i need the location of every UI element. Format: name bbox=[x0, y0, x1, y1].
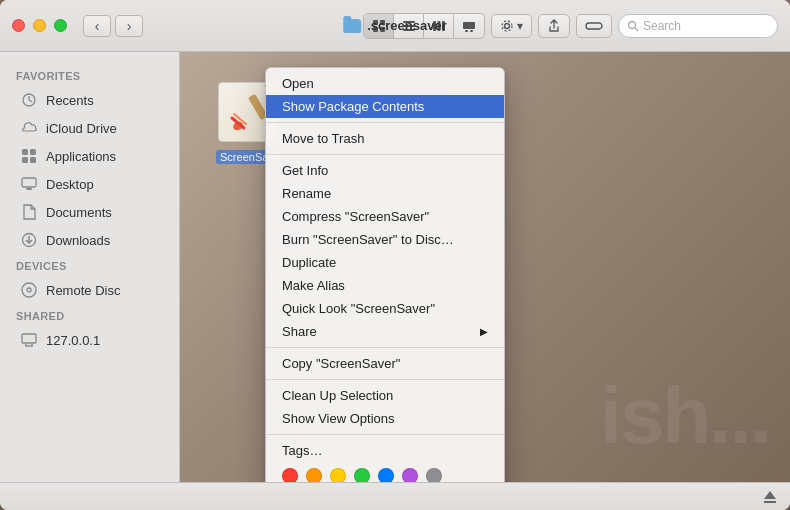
menu-separator-3 bbox=[266, 347, 504, 348]
menu-item-duplicate[interactable]: Duplicate bbox=[266, 251, 504, 274]
svg-rect-21 bbox=[22, 149, 28, 155]
menu-item-copy[interactable]: Copy "ScreenSaver" bbox=[266, 352, 504, 375]
menu-separator-4 bbox=[266, 379, 504, 380]
svg-rect-23 bbox=[22, 157, 28, 163]
sidebar: Favorites Recents iCloud Driv bbox=[0, 52, 180, 482]
menu-item-quick-look[interactable]: Quick Look "ScreenSaver" bbox=[266, 297, 504, 320]
brush-svg bbox=[226, 90, 270, 134]
watermark: ish... bbox=[600, 370, 770, 462]
share-icon bbox=[547, 19, 561, 33]
tag-purple[interactable] bbox=[402, 468, 418, 482]
menu-item-rename[interactable]: Rename bbox=[266, 182, 504, 205]
close-button[interactable] bbox=[12, 19, 25, 32]
sidebar-item-label: Applications bbox=[46, 149, 116, 164]
sidebar-item-label: Downloads bbox=[46, 233, 110, 248]
sidebar-item-label: Documents bbox=[46, 205, 112, 220]
eject-button[interactable] bbox=[762, 489, 778, 505]
sidebar-item-local[interactable]: 127.0.0.1 bbox=[4, 326, 175, 354]
minimize-button[interactable] bbox=[33, 19, 46, 32]
maximize-button[interactable] bbox=[54, 19, 67, 32]
sidebar-item-applications[interactable]: Applications bbox=[4, 142, 175, 170]
sidebar-item-downloads[interactable]: Downloads bbox=[4, 226, 175, 254]
menu-item-tags[interactable]: Tags… bbox=[266, 439, 504, 462]
space-icon bbox=[585, 19, 603, 33]
disc-icon bbox=[20, 281, 38, 299]
sidebar-item-recents[interactable]: Recents bbox=[4, 86, 175, 114]
favorites-label: Favorites bbox=[0, 64, 179, 86]
traffic-lights bbox=[12, 19, 67, 32]
file-area: ish... bbox=[180, 52, 790, 482]
menu-item-open[interactable]: Open bbox=[266, 72, 504, 95]
finder-window: ‹ › .screensaver bbox=[0, 0, 790, 510]
share-button[interactable] bbox=[538, 14, 570, 38]
menu-item-make-alias[interactable]: Make Alias bbox=[266, 274, 504, 297]
sidebar-item-icloud[interactable]: iCloud Drive bbox=[4, 114, 175, 142]
desktop-icon bbox=[20, 175, 38, 193]
menu-separator-1 bbox=[266, 122, 504, 123]
svg-rect-25 bbox=[22, 178, 36, 187]
menu-item-get-info[interactable]: Get Info bbox=[266, 159, 504, 182]
recents-icon bbox=[20, 91, 38, 109]
back-icon: ‹ bbox=[95, 18, 100, 34]
tag-blue[interactable] bbox=[378, 468, 394, 482]
svg-rect-22 bbox=[30, 149, 36, 155]
sidebar-item-documents[interactable]: Documents bbox=[4, 198, 175, 226]
window-title: .screensaver bbox=[343, 18, 447, 33]
tag-yellow[interactable] bbox=[330, 468, 346, 482]
gallery-view-icon bbox=[462, 19, 476, 33]
sidebar-item-label: iCloud Drive bbox=[46, 121, 117, 136]
menu-separator-5 bbox=[266, 434, 504, 435]
search-icon bbox=[627, 20, 639, 32]
sidebar-item-label: Desktop bbox=[46, 177, 94, 192]
shared-label: Shared bbox=[0, 304, 179, 326]
menu-item-cleanup[interactable]: Clean Up Selection bbox=[266, 384, 504, 407]
title-text: .screensaver bbox=[367, 18, 447, 33]
eject-bar bbox=[764, 501, 776, 503]
space-button[interactable] bbox=[576, 14, 612, 38]
nav-buttons: ‹ › bbox=[83, 15, 143, 37]
tag-green[interactable] bbox=[354, 468, 370, 482]
bottom-bar bbox=[0, 482, 790, 510]
menu-item-burn[interactable]: Burn "ScreenSaver" to Disc… bbox=[266, 228, 504, 251]
action-button[interactable]: ▾ bbox=[491, 14, 532, 38]
context-menu: Open Show Package Contents Move to Trash… bbox=[265, 67, 505, 482]
search-box[interactable]: Search bbox=[618, 14, 778, 38]
color-dots bbox=[266, 462, 504, 482]
menu-item-move-trash[interactable]: Move to Trash bbox=[266, 127, 504, 150]
menu-item-compress[interactable]: Compress "ScreenSaver" bbox=[266, 205, 504, 228]
menu-separator-2 bbox=[266, 154, 504, 155]
documents-icon bbox=[20, 203, 38, 221]
sidebar-item-label: Recents bbox=[46, 93, 94, 108]
tag-red[interactable] bbox=[282, 468, 298, 482]
tag-gray[interactable] bbox=[426, 468, 442, 482]
gallery-view-button[interactable] bbox=[454, 14, 484, 38]
titlebar: ‹ › .screensaver bbox=[0, 0, 790, 52]
eject-triangle bbox=[764, 491, 776, 499]
sidebar-item-label: 127.0.0.1 bbox=[46, 333, 100, 348]
svg-line-17 bbox=[635, 28, 638, 31]
sidebar-item-remote-disc[interactable]: Remote Disc bbox=[4, 276, 175, 304]
applications-icon bbox=[20, 147, 38, 165]
menu-item-share[interactable]: Share bbox=[266, 320, 504, 343]
gear-icon bbox=[500, 19, 514, 33]
sidebar-item-desktop[interactable]: Desktop bbox=[4, 170, 175, 198]
downloads-icon bbox=[20, 231, 38, 249]
eject-icon bbox=[762, 489, 778, 505]
back-button[interactable]: ‹ bbox=[83, 15, 111, 37]
forward-button[interactable]: › bbox=[115, 15, 143, 37]
svg-point-14 bbox=[502, 21, 512, 31]
svg-rect-26 bbox=[26, 188, 32, 190]
icloud-icon bbox=[20, 119, 38, 137]
devices-label: Devices bbox=[0, 254, 179, 276]
svg-rect-12 bbox=[470, 30, 473, 32]
menu-item-show-package[interactable]: Show Package Contents bbox=[266, 95, 504, 118]
svg-point-16 bbox=[629, 21, 636, 28]
monitor-icon bbox=[20, 331, 38, 349]
svg-rect-24 bbox=[30, 157, 36, 163]
menu-item-view-options[interactable]: Show View Options bbox=[266, 407, 504, 430]
tag-orange[interactable] bbox=[306, 468, 322, 482]
svg-rect-31 bbox=[22, 334, 36, 343]
svg-rect-10 bbox=[463, 22, 475, 29]
svg-point-30 bbox=[27, 288, 31, 292]
svg-point-13 bbox=[505, 23, 510, 28]
